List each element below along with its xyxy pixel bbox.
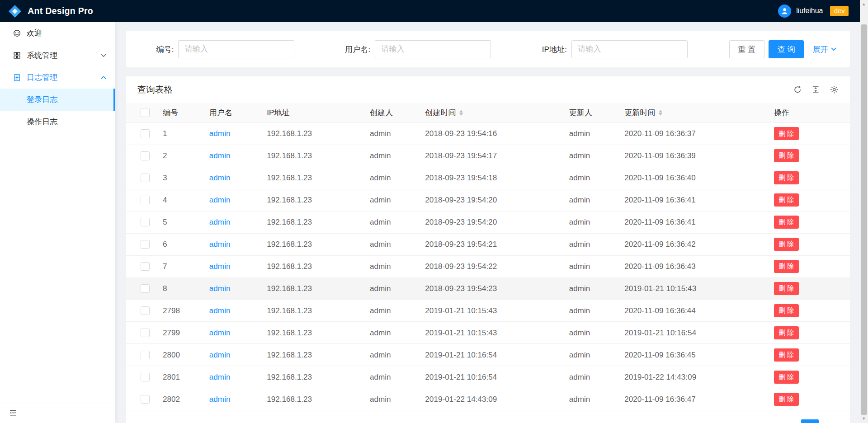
sidebar-item-login-log[interactable]: 登录日志	[0, 89, 115, 111]
delete-button[interactable]: 删 除	[774, 371, 799, 384]
column-header-creator[interactable]: 创建人	[361, 107, 416, 118]
table-row[interactable]: 2 admin 192.168.1.23 admin 2018-09-23 19…	[126, 145, 849, 167]
sidebar-item-system-management[interactable]: 系统管理	[0, 44, 115, 66]
cell-ip: 192.168.1.23	[258, 151, 361, 160]
row-checkbox[interactable]	[141, 351, 150, 360]
column-header-ip[interactable]: IP地址	[258, 107, 361, 118]
cell-updated-time: 2019-01-21 10:16:54	[616, 328, 765, 338]
cell-username-link[interactable]: admin	[209, 129, 231, 138]
id-input[interactable]	[178, 40, 294, 58]
table-row[interactable]: 7 admin 192.168.1.23 admin 2018-09-23 19…	[126, 256, 849, 278]
sidebar-item-operation-log[interactable]: 操作日志	[0, 111, 115, 133]
scrollbar-thumb[interactable]	[861, 24, 867, 415]
delete-button[interactable]: 删 除	[774, 216, 799, 229]
logo-area[interactable]: Ant Design Pro	[8, 4, 93, 19]
delete-button[interactable]: 删 除	[774, 260, 799, 273]
cell-username-link[interactable]: admin	[209, 328, 231, 338]
row-checkbox[interactable]	[141, 395, 150, 404]
table-row[interactable]: 1 admin 192.168.1.23 admin 2018-09-23 19…	[126, 123, 849, 145]
table-row[interactable]: 8 admin 192.168.1.23 admin 2018-09-23 19…	[126, 278, 849, 300]
cell-username-link[interactable]: admin	[209, 195, 231, 205]
table-row[interactable]: 4 admin 192.168.1.23 admin 2018-09-23 19…	[126, 189, 849, 212]
cell-username-link[interactable]: admin	[209, 306, 231, 315]
column-height-icon[interactable]	[811, 85, 821, 94]
cell-creator: admin	[361, 350, 416, 360]
cell-id: 3	[154, 173, 200, 183]
user-area[interactable]: liufeihua dev	[778, 5, 849, 18]
delete-button[interactable]: 删 除	[774, 149, 799, 162]
pagination-prev-button[interactable]: ‹	[779, 419, 797, 423]
column-header-username[interactable]: 用户名	[200, 107, 258, 118]
select-all-checkbox[interactable]	[141, 108, 150, 117]
settings-icon[interactable]	[830, 85, 839, 94]
cell-ip: 192.168.1.23	[258, 284, 361, 293]
column-header-updated-time[interactable]: 更新时间	[616, 107, 765, 118]
delete-button[interactable]: 删 除	[774, 127, 799, 140]
table-row[interactable]: 3 admin 192.168.1.23 admin 2018-09-23 19…	[126, 167, 849, 189]
delete-button[interactable]: 删 除	[774, 393, 799, 406]
cell-username-link[interactable]: admin	[209, 350, 231, 360]
pagination: ‹ 1 ›	[126, 410, 849, 423]
row-checkbox[interactable]	[141, 329, 150, 338]
table-row[interactable]: 5 admin 192.168.1.23 admin 2018-09-23 19…	[126, 212, 849, 234]
row-checkbox[interactable]	[141, 174, 150, 183]
row-checkbox[interactable]	[141, 240, 150, 249]
cell-created-time: 2018-09-23 19:54:17	[416, 151, 560, 160]
table-row[interactable]: 2799 admin 192.168.1.23 admin 2019-01-21…	[126, 322, 849, 344]
scrollbar-up-arrow-icon[interactable]: ▲	[860, 0, 868, 8]
cell-username-link[interactable]: admin	[209, 240, 231, 249]
sidebar-item-welcome[interactable]: 欢迎	[0, 22, 115, 44]
cell-creator: admin	[361, 306, 416, 315]
row-checkbox[interactable]	[141, 196, 150, 205]
delete-button[interactable]: 删 除	[774, 238, 799, 251]
delete-button[interactable]: 删 除	[774, 304, 799, 317]
row-checkbox[interactable]	[141, 306, 150, 315]
cell-created-time: 2018-09-23 19:54:18	[416, 173, 560, 183]
row-checkbox[interactable]	[141, 284, 150, 293]
table-row[interactable]: 2802 admin 192.168.1.23 admin 2019-01-22…	[126, 388, 849, 410]
delete-button[interactable]: 删 除	[774, 282, 799, 295]
cell-username-link[interactable]: admin	[209, 173, 231, 183]
row-checkbox[interactable]	[141, 262, 150, 271]
row-checkbox[interactable]	[141, 373, 150, 382]
sort-carets-icon[interactable]	[459, 110, 463, 116]
cell-username-link[interactable]: admin	[209, 151, 231, 160]
cell-username-link[interactable]: admin	[209, 262, 231, 271]
query-button[interactable]: 查 询	[769, 40, 804, 58]
cell-username-link[interactable]: admin	[209, 372, 231, 382]
table-row[interactable]: 6 admin 192.168.1.23 admin 2018-09-23 19…	[126, 234, 849, 256]
column-header-updater[interactable]: 更新人	[560, 107, 615, 118]
table-row[interactable]: 2800 admin 192.168.1.23 admin 2019-01-21…	[126, 344, 849, 366]
sort-carets-icon[interactable]	[659, 110, 662, 116]
cell-username-link[interactable]: admin	[209, 395, 231, 404]
delete-button[interactable]: 删 除	[774, 193, 799, 207]
cell-created-time: 2018-09-23 19:54:23	[416, 284, 560, 293]
sidebar-item-log-management[interactable]: 日志管理	[0, 66, 115, 89]
delete-button[interactable]: 删 除	[774, 326, 799, 339]
delete-button[interactable]: 删 除	[774, 348, 799, 362]
vertical-scrollbar[interactable]: ▲ ▼	[860, 0, 868, 423]
cell-updater: admin	[560, 129, 615, 138]
cell-username-link[interactable]: admin	[209, 284, 231, 293]
table-row[interactable]: 2801 admin 192.168.1.23 admin 2019-01-21…	[126, 366, 849, 388]
ip-input[interactable]	[571, 40, 688, 58]
delete-button[interactable]: 删 除	[774, 171, 799, 184]
menu-fold-icon[interactable]	[9, 409, 17, 417]
user-icon	[781, 7, 788, 15]
pagination-page-1[interactable]: 1	[801, 419, 819, 423]
chevron-down-icon	[831, 47, 836, 51]
username-input[interactable]	[375, 40, 491, 58]
scrollbar-down-arrow-icon[interactable]: ▼	[860, 414, 868, 423]
pagination-next-button[interactable]: ›	[823, 419, 841, 423]
row-checkbox[interactable]	[141, 129, 150, 138]
reset-button[interactable]: 重 置	[729, 40, 764, 58]
row-checkbox[interactable]	[141, 151, 150, 160]
reload-icon[interactable]	[793, 85, 802, 94]
expand-toggle[interactable]: 展开	[813, 44, 837, 55]
column-header-created-time[interactable]: 创建时间	[416, 107, 560, 118]
row-checkbox[interactable]	[141, 218, 150, 227]
table-row[interactable]: 2798 admin 192.168.1.23 admin 2019-01-21…	[126, 300, 849, 322]
cell-username-link[interactable]: admin	[209, 217, 231, 227]
user-avatar[interactable]	[778, 5, 791, 18]
column-header-id[interactable]: 编号	[154, 107, 200, 118]
